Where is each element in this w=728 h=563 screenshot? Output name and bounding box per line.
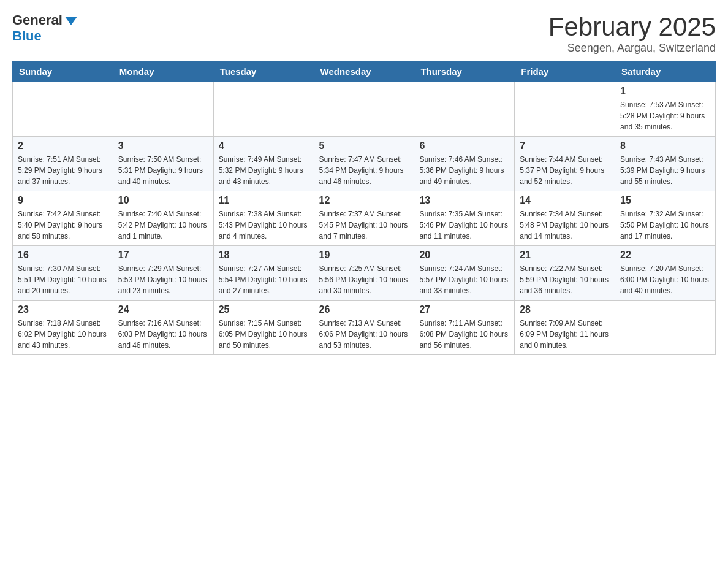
calendar-cell xyxy=(615,301,716,355)
logo: General Blue xyxy=(12,12,77,44)
day-number: 3 xyxy=(118,140,208,151)
day-number: 16 xyxy=(18,250,108,261)
day-number: 15 xyxy=(620,195,710,206)
calendar-cell: 2Sunrise: 7:51 AM Sunset: 5:29 PM Daylig… xyxy=(13,137,113,191)
weekday-header-monday: Monday xyxy=(113,61,213,82)
day-number: 20 xyxy=(419,250,509,261)
day-info: Sunrise: 7:46 AM Sunset: 5:36 PM Dayligh… xyxy=(419,154,509,187)
calendar-cell: 22Sunrise: 7:20 AM Sunset: 6:00 PM Dayli… xyxy=(615,246,716,301)
day-info: Sunrise: 7:43 AM Sunset: 5:39 PM Dayligh… xyxy=(620,154,710,187)
calendar-cell xyxy=(113,82,213,137)
location-subtitle: Seengen, Aargau, Switzerland xyxy=(548,42,716,55)
calendar-cell: 21Sunrise: 7:22 AM Sunset: 5:59 PM Dayli… xyxy=(515,246,615,301)
day-number: 9 xyxy=(18,195,108,206)
day-info: Sunrise: 7:37 AM Sunset: 5:45 PM Dayligh… xyxy=(319,209,409,242)
weekday-header-wednesday: Wednesday xyxy=(314,61,414,82)
day-info: Sunrise: 7:44 AM Sunset: 5:37 PM Dayligh… xyxy=(520,154,610,187)
day-number: 10 xyxy=(118,195,208,206)
calendar-week-row: 2Sunrise: 7:51 AM Sunset: 5:29 PM Daylig… xyxy=(13,137,716,191)
calendar-cell: 3Sunrise: 7:50 AM Sunset: 5:31 PM Daylig… xyxy=(113,137,213,191)
calendar-cell: 20Sunrise: 7:24 AM Sunset: 5:57 PM Dayli… xyxy=(414,246,515,301)
day-info: Sunrise: 7:25 AM Sunset: 5:56 PM Dayligh… xyxy=(319,263,409,296)
day-number: 4 xyxy=(219,140,309,151)
day-number: 18 xyxy=(219,250,309,261)
day-number: 8 xyxy=(620,140,710,151)
day-info: Sunrise: 7:27 AM Sunset: 5:54 PM Dayligh… xyxy=(219,263,309,296)
day-number: 17 xyxy=(118,250,208,261)
day-number: 22 xyxy=(620,250,710,261)
calendar-table: SundayMondayTuesdayWednesdayThursdayFrid… xyxy=(12,61,716,355)
calendar-cell: 11Sunrise: 7:38 AM Sunset: 5:43 PM Dayli… xyxy=(213,191,314,246)
day-info: Sunrise: 7:38 AM Sunset: 5:43 PM Dayligh… xyxy=(219,209,309,242)
logo-general-text: General xyxy=(12,12,77,28)
day-number: 2 xyxy=(18,140,108,151)
page-header: General Blue February 2025 Seengen, Aarg… xyxy=(12,12,716,55)
day-info: Sunrise: 7:15 AM Sunset: 6:05 PM Dayligh… xyxy=(219,318,309,351)
day-number: 25 xyxy=(219,304,309,315)
day-info: Sunrise: 7:11 AM Sunset: 6:08 PM Dayligh… xyxy=(419,318,509,351)
day-info: Sunrise: 7:51 AM Sunset: 5:29 PM Dayligh… xyxy=(18,154,108,187)
day-number: 23 xyxy=(18,304,108,315)
weekday-header-thursday: Thursday xyxy=(414,61,515,82)
calendar-cell: 18Sunrise: 7:27 AM Sunset: 5:54 PM Dayli… xyxy=(213,246,314,301)
calendar-cell: 26Sunrise: 7:13 AM Sunset: 6:06 PM Dayli… xyxy=(314,301,414,355)
logo-general-label: General xyxy=(12,12,63,28)
calendar-cell: 27Sunrise: 7:11 AM Sunset: 6:08 PM Dayli… xyxy=(414,301,515,355)
month-title: February 2025 xyxy=(548,12,716,42)
day-info: Sunrise: 7:20 AM Sunset: 6:00 PM Dayligh… xyxy=(620,263,710,296)
day-number: 28 xyxy=(520,304,610,315)
day-number: 13 xyxy=(419,195,509,206)
calendar-cell xyxy=(13,82,113,137)
day-number: 24 xyxy=(118,304,208,315)
weekday-header-sunday: Sunday xyxy=(13,61,113,82)
calendar-cell xyxy=(314,82,414,137)
day-info: Sunrise: 7:47 AM Sunset: 5:34 PM Dayligh… xyxy=(319,154,409,187)
day-number: 26 xyxy=(319,304,409,315)
calendar-cell: 8Sunrise: 7:43 AM Sunset: 5:39 PM Daylig… xyxy=(615,137,716,191)
calendar-cell xyxy=(414,82,515,137)
day-info: Sunrise: 7:29 AM Sunset: 5:53 PM Dayligh… xyxy=(118,263,208,296)
calendar-cell: 7Sunrise: 7:44 AM Sunset: 5:37 PM Daylig… xyxy=(515,137,615,191)
calendar-cell: 16Sunrise: 7:30 AM Sunset: 5:51 PM Dayli… xyxy=(13,246,113,301)
day-info: Sunrise: 7:24 AM Sunset: 5:57 PM Dayligh… xyxy=(419,263,509,296)
calendar-cell: 12Sunrise: 7:37 AM Sunset: 5:45 PM Dayli… xyxy=(314,191,414,246)
day-number: 7 xyxy=(520,140,610,151)
calendar-cell: 6Sunrise: 7:46 AM Sunset: 5:36 PM Daylig… xyxy=(414,137,515,191)
calendar-cell: 5Sunrise: 7:47 AM Sunset: 5:34 PM Daylig… xyxy=(314,137,414,191)
day-number: 11 xyxy=(219,195,309,206)
calendar-week-row: 23Sunrise: 7:18 AM Sunset: 6:02 PM Dayli… xyxy=(13,301,716,355)
calendar-cell: 25Sunrise: 7:15 AM Sunset: 6:05 PM Dayli… xyxy=(213,301,314,355)
day-number: 6 xyxy=(419,140,509,151)
day-info: Sunrise: 7:13 AM Sunset: 6:06 PM Dayligh… xyxy=(319,318,409,351)
calendar-cell: 13Sunrise: 7:35 AM Sunset: 5:46 PM Dayli… xyxy=(414,191,515,246)
day-info: Sunrise: 7:42 AM Sunset: 5:40 PM Dayligh… xyxy=(18,209,108,242)
day-info: Sunrise: 7:53 AM Sunset: 5:28 PM Dayligh… xyxy=(620,99,710,132)
weekday-header-tuesday: Tuesday xyxy=(213,61,314,82)
day-info: Sunrise: 7:18 AM Sunset: 6:02 PM Dayligh… xyxy=(18,318,108,351)
title-block: February 2025 Seengen, Aargau, Switzerla… xyxy=(548,12,716,55)
day-info: Sunrise: 7:35 AM Sunset: 5:46 PM Dayligh… xyxy=(419,209,509,242)
logo-arrow-icon xyxy=(65,17,77,25)
calendar-cell xyxy=(515,82,615,137)
calendar-cell: 1Sunrise: 7:53 AM Sunset: 5:28 PM Daylig… xyxy=(615,82,716,137)
calendar-cell xyxy=(213,82,314,137)
day-number: 27 xyxy=(419,304,509,315)
calendar-week-row: 9Sunrise: 7:42 AM Sunset: 5:40 PM Daylig… xyxy=(13,191,716,246)
calendar-cell: 9Sunrise: 7:42 AM Sunset: 5:40 PM Daylig… xyxy=(13,191,113,246)
day-number: 1 xyxy=(620,86,710,97)
calendar-cell: 23Sunrise: 7:18 AM Sunset: 6:02 PM Dayli… xyxy=(13,301,113,355)
calendar-week-row: 1Sunrise: 7:53 AM Sunset: 5:28 PM Daylig… xyxy=(13,82,716,137)
day-info: Sunrise: 7:16 AM Sunset: 6:03 PM Dayligh… xyxy=(118,318,208,351)
calendar-cell: 10Sunrise: 7:40 AM Sunset: 5:42 PM Dayli… xyxy=(113,191,213,246)
weekday-header-saturday: Saturday xyxy=(615,61,716,82)
calendar-header-row: SundayMondayTuesdayWednesdayThursdayFrid… xyxy=(13,61,716,82)
calendar-cell: 28Sunrise: 7:09 AM Sunset: 6:09 PM Dayli… xyxy=(515,301,615,355)
day-info: Sunrise: 7:49 AM Sunset: 5:32 PM Dayligh… xyxy=(219,154,309,187)
logo-blue-label: Blue xyxy=(12,28,42,44)
day-info: Sunrise: 7:40 AM Sunset: 5:42 PM Dayligh… xyxy=(118,209,208,242)
day-number: 14 xyxy=(520,195,610,206)
day-number: 21 xyxy=(520,250,610,261)
day-info: Sunrise: 7:32 AM Sunset: 5:50 PM Dayligh… xyxy=(620,209,710,242)
day-info: Sunrise: 7:22 AM Sunset: 5:59 PM Dayligh… xyxy=(520,263,610,296)
day-number: 12 xyxy=(319,195,409,206)
